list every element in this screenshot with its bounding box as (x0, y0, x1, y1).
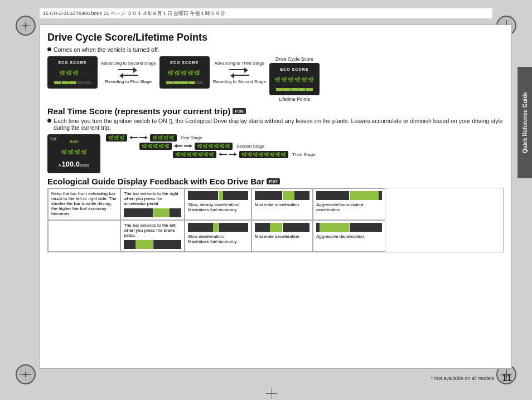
bar-small-2 (188, 223, 248, 232)
receding-label-2: Receding to Second Stage (213, 79, 266, 84)
eco-stages-row: ECO SCORE 🌿 🌿 🌿 ⋮ | Advanci (47, 56, 504, 102)
bar-medium-1 (255, 191, 309, 200)
third-stage-row: 🌿🌿🌿🌿🌿🌿🌿 🌿🌿🌿🌿🌿🌿🌿🌿 Third Stage (106, 151, 504, 158)
footer-note: * Not available on all models (431, 375, 495, 381)
eco-cell-r1c4: Moderate acceleration (252, 188, 313, 220)
first-stage-display2: 🌿🌿🌿🌿 (150, 134, 177, 142)
eco-display-stage2: ECO SCORE 🌿 🌿 🌿 🌿 🌿 | (159, 56, 210, 89)
p-badge-87: P.87 (267, 178, 279, 184)
eco-cell-r2c3: Slow deceleration/ Maximizes fuel econom… (185, 220, 252, 252)
bar-left-1 (124, 240, 181, 249)
rts-area: 73F eco 🌿 🌿 🌿 🌿 A 100.0 miles 🌿🌿🌿 (47, 134, 504, 173)
bar-right-1 (124, 208, 181, 217)
arrow-right-1 (118, 67, 138, 72)
eco-cell-r2c5: Aggressive deceleration (313, 220, 385, 252)
p-badge-86: P.86 (233, 108, 245, 114)
header-text: 15 CR-Z-31SZT6400.book 11 ページ ２０１４年８月１日 … (43, 10, 225, 17)
temp-label: 73F (50, 136, 57, 142)
section1-title: Drive Cycle Score/Lifetime Points (47, 32, 504, 44)
arrow-left-1 (118, 72, 138, 78)
right-tab-label: Quick Reference Guide (522, 92, 528, 153)
section2-title: Real Time Score (represents your current… (47, 106, 504, 116)
eco-cell-r1c3: Slow, steady acceleration/ Maximizes fue… (185, 188, 252, 220)
second-stage-display2: 🌿🌿🌿🌿🌿🌿 (195, 143, 233, 150)
first-stage-row: 🌿🌿🌿 🌿🌿🌿🌿 First Stage (106, 134, 504, 142)
third-stage-display2: 🌿🌿🌿🌿🌿🌿🌿🌿 (239, 151, 288, 158)
arrow-group-2: Advancing to Third Stage Receding to Sec… (210, 61, 269, 84)
second-stage-row: 🌿🌿🌿🌿🌿 🌿🌿🌿🌿🌿🌿 Second Stage (106, 143, 504, 150)
eco-display-stage1: ECO SCORE 🌿 🌿 🌿 ⋮ | (47, 56, 98, 89)
bar-large-1 (316, 191, 382, 200)
eco-display-stage3: ECO SCORE 🌿 🌿 🌿 🌿 🌿 🌿 (269, 63, 320, 95)
third-stage-display1: 🌿🌿🌿🌿🌿🌿🌿 (173, 151, 216, 158)
bottom-bar: * Not available on all models 11 (39, 373, 512, 383)
third-stage-label: Third Stage (292, 152, 315, 157)
arrow-left-2 (229, 72, 249, 78)
stages-column: 🌿🌿🌿 🌿🌿🌿🌿 First Stage 🌿🌿🌿🌿🌿 (106, 134, 504, 158)
second-stage-display1: 🌿🌿🌿🌿🌿 (139, 143, 172, 150)
section3-title: Ecological Guide Display Feedback with E… (47, 177, 504, 186)
section1-bullet: Comes on when the vehicle is turned off. (47, 46, 504, 53)
eco-grid: Keep the bar from extending too much to … (47, 188, 504, 252)
page-number: 11 (502, 373, 512, 383)
main-content: Drive Cycle Score/Lifetime Points Comes … (39, 25, 512, 369)
section2-bullet: Each time you turn the ignition switch t… (47, 118, 504, 131)
header-strip: 15 CR-Z-31SZT6400.book 11 ページ ２０１４年８月１日 … (39, 8, 493, 19)
first-stage-display: 🌿🌿🌿 (106, 134, 127, 142)
corner-bl (16, 364, 36, 384)
arrow-group-1: Advancing to Second Stage Receding to Fi… (98, 61, 159, 84)
mileage-unit: miles (80, 163, 89, 167)
eco-cell-r2c1 (48, 220, 120, 252)
eco-cell-r2c2: The bar extends to the left when you pre… (120, 220, 185, 252)
second-stage-label: Second Stage (236, 144, 264, 149)
right-tab: Quick Reference Guide (518, 67, 532, 178)
bar-medium-2 (255, 223, 309, 232)
bar-large-2 (316, 223, 382, 232)
arrow-right-2 (229, 67, 249, 72)
a-label: A (59, 163, 61, 167)
eco-display-large: 73F eco 🌿 🌿 🌿 🌿 A 100.0 miles (47, 134, 100, 173)
receding-label-1: Receding to First Stage (105, 79, 152, 84)
drive-cycle-score-label: Drive Cycle Score (275, 56, 313, 62)
lifetime-points-label: Lifetime Points (279, 96, 310, 102)
corner-tl (16, 16, 36, 36)
eco-cell-r1c5: Aggressive/Inconsistent acceleration (313, 188, 385, 220)
bullet-dot (47, 47, 51, 51)
mileage: 100.0 (61, 160, 80, 168)
bar-small-1 (188, 191, 248, 200)
eco-cell-r1c2: The bar extends to the right when you pr… (120, 188, 185, 220)
advancing-label-2: Advancing to Third Stage (215, 61, 265, 66)
advancing-label-1: Advancing to Second Stage (101, 61, 156, 66)
eco-cell-r2c4: Moderate deceleration (252, 220, 313, 252)
eco-cell-r1c1: Keep the bar from extending too much to … (48, 188, 120, 220)
first-stage-label: First Stage (181, 135, 202, 140)
